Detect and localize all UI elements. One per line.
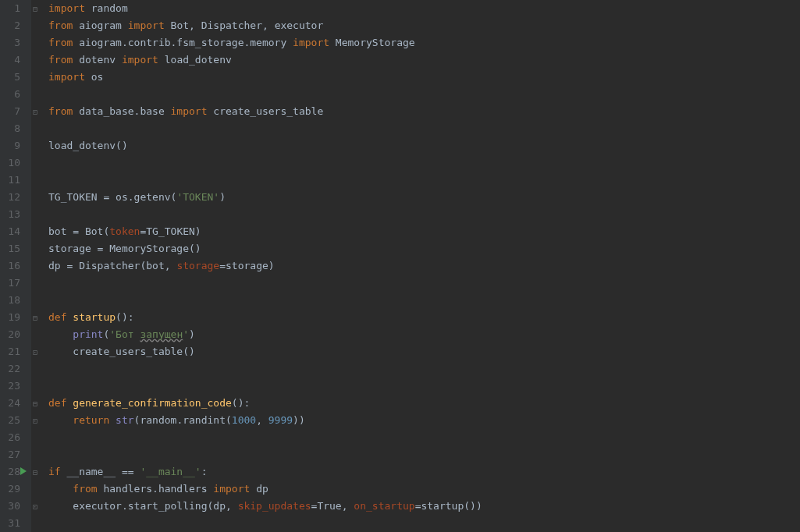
code-line[interactable] — [48, 275, 800, 292]
token-id: os — [85, 71, 103, 83]
token-id: =startup()) — [415, 500, 482, 512]
token-kw: if — [48, 466, 61, 477]
code-line[interactable]: storage = MemoryStorage() — [48, 240, 800, 257]
token-num: 1000 — [232, 414, 256, 426]
code-line[interactable]: from handlers.handlers import dp — [48, 481, 800, 498]
fold-icon[interactable]: ⊡ — [33, 498, 37, 516]
token-id: data_base.base — [73, 105, 170, 117]
code-line[interactable]: from aiogram import Bot, Dispatcher, exe… — [48, 17, 800, 34]
token-id: executor.start_polling(dp — [48, 500, 226, 512]
code-line[interactable]: print('Бот запущен') — [48, 326, 800, 343]
code-line[interactable]: from dotenv import load_dotenv — [48, 51, 800, 69]
fold-icon[interactable]: ⊟ — [33, 464, 37, 481]
token-id: ) — [219, 191, 226, 203]
line-number: 19 — [0, 309, 20, 326]
line-number: 15 — [0, 240, 20, 257]
token-id: handlers.handlers — [98, 483, 214, 495]
code-line[interactable]: def startup(): — [48, 309, 800, 326]
code-line[interactable] — [48, 154, 800, 172]
fold-icon[interactable]: ⊟ — [33, 395, 37, 413]
token-kw: from — [48, 105, 73, 117]
token-id: __name__ == — [61, 466, 140, 477]
code-editor[interactable]: 1234567891011121314151617181920212223242… — [0, 0, 800, 532]
token-param: on_startup — [354, 500, 414, 512]
token-id — [48, 483, 73, 495]
line-number: 29 — [0, 481, 20, 498]
fold-icon[interactable]: ⊡ — [33, 344, 37, 361]
code-line[interactable]: TG_TOKEN = os.getenv('TOKEN') — [48, 189, 800, 206]
token-str: ' — [183, 328, 189, 340]
code-line[interactable] — [48, 120, 800, 137]
line-number: 12 — [0, 189, 20, 206]
code-line[interactable]: load_dotenv() — [48, 137, 800, 154]
token-id: dp — [250, 483, 268, 495]
token-id: create_users_table() — [48, 346, 195, 357]
token-kw: def — [48, 311, 73, 323]
line-number: 21 — [0, 343, 20, 360]
token-kw: import — [128, 20, 165, 31]
token-id: Bot — [165, 20, 189, 31]
fold-icon[interactable]: ⊡ — [33, 104, 37, 121]
token-id: =storage) — [219, 260, 274, 271]
code-line[interactable] — [48, 378, 800, 395]
line-number: 11 — [0, 172, 20, 189]
token-id: dp = Dispatcher(bot — [48, 260, 165, 271]
code-line[interactable]: def generate_confirmation_code(): — [48, 395, 800, 412]
code-line[interactable]: executor.start_polling(dp, skip_updates=… — [48, 498, 800, 515]
code-line[interactable] — [48, 429, 800, 446]
code-area[interactable]: import randomfrom aiogram import Bot, Di… — [44, 0, 800, 532]
token-id: aiogram — [73, 20, 127, 31]
token-kw: from — [48, 54, 73, 66]
line-number: 4 — [0, 51, 20, 69]
token-kw: return — [73, 414, 116, 426]
token-id: : — [201, 466, 208, 477]
line-number: 3 — [0, 34, 20, 51]
line-number: 25 — [0, 412, 20, 429]
code-line[interactable]: bot = Bot(token=TG_TOKEN) — [48, 223, 800, 240]
code-line[interactable] — [48, 86, 800, 103]
code-line[interactable]: create_users_table() — [48, 343, 800, 360]
fold-icon[interactable]: ⊟ — [33, 1, 37, 18]
code-line[interactable]: from data_base.base import create_users_… — [48, 103, 800, 120]
token-id: load_dotenv() — [48, 140, 128, 151]
token-id: Dispatcher — [201, 20, 262, 31]
code-line[interactable] — [48, 206, 800, 223]
code-line[interactable]: dp = Dispatcher(bot, storage=storage) — [48, 257, 800, 275]
code-line[interactable] — [48, 292, 800, 309]
line-number: 18 — [0, 292, 20, 309]
fold-column: ⊟⊡⊟⊡⊟⊡⊟⊡ — [31, 0, 44, 532]
token-id — [48, 328, 73, 340]
token-id: =True — [311, 500, 342, 512]
line-number: 26 — [0, 429, 20, 446]
token-id: )) — [293, 414, 305, 426]
token-id: =TG_TOKEN) — [140, 225, 201, 237]
code-line[interactable]: import os — [48, 69, 800, 86]
token-kw: from — [48, 20, 73, 31]
code-line[interactable]: return str(random.randint(1000, 9999)) — [48, 412, 800, 429]
line-number-gutter: 1234567891011121314151617181920212223242… — [0, 0, 31, 532]
run-icon[interactable] — [20, 467, 27, 475]
code-line[interactable]: from aiogram.contrib.fsm_storage.memory … — [48, 34, 800, 51]
code-line[interactable] — [48, 360, 800, 378]
token-id: executor — [275, 20, 324, 31]
line-number: 5 — [0, 69, 20, 86]
fold-icon[interactable]: ⊡ — [33, 413, 37, 430]
token-id: (): — [232, 397, 250, 409]
code-line[interactable] — [48, 515, 800, 532]
token-kw: import — [213, 483, 250, 495]
code-line[interactable]: import random — [48, 0, 800, 17]
line-number: 16 — [0, 257, 20, 275]
token-builtin: str — [116, 414, 133, 426]
code-line[interactable]: if __name__ == '__main__': — [48, 463, 800, 481]
token-punct: , — [165, 260, 177, 271]
fold-icon[interactable]: ⊟ — [33, 310, 37, 327]
line-number: 9 — [0, 137, 20, 154]
code-line[interactable] — [48, 172, 800, 189]
token-punct: , — [262, 20, 275, 31]
line-number: 13 — [0, 206, 20, 223]
line-number: 31 — [0, 515, 20, 532]
token-id — [48, 414, 73, 426]
code-line[interactable] — [48, 446, 800, 463]
line-number: 1 — [0, 0, 20, 17]
line-number: 24 — [0, 395, 20, 412]
